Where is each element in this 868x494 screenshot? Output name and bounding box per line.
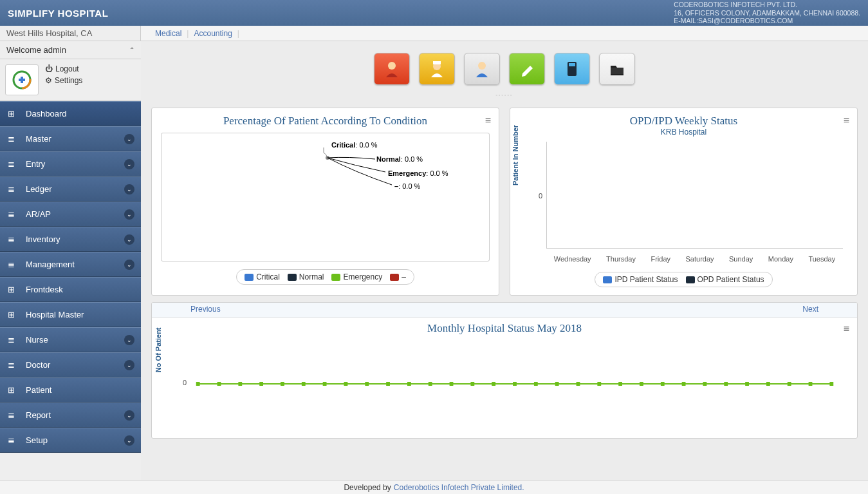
svg-rect-31 — [661, 382, 665, 386]
nav-label: Setup — [26, 435, 48, 445]
chevron-down-icon: ⌄ — [124, 234, 134, 245]
nav-label: Hospital Master — [26, 310, 84, 319]
grid-icon: ⊞ — [8, 285, 19, 294]
sidebar-item-doctor[interactable]: ≣Doctor⌄ — [0, 352, 141, 377]
x-axis-categories: WednesdayThursdayFridaySaturdaySundayMon… — [546, 255, 843, 263]
legend-item[interactable]: OPD Patient Status — [686, 275, 764, 284]
toolbar — [141, 41, 868, 93]
gear-icon: ⚙ — [45, 76, 52, 85]
chevron-down-icon: ⌄ — [124, 410, 134, 421]
footer-link[interactable]: Coderobotics Infotech Private Limited. — [394, 483, 524, 492]
svg-rect-23 — [492, 382, 495, 386]
doctor-shortcut[interactable] — [464, 53, 500, 85]
top-header: SIMPLIFY HOSPITAL CODEROBOTICS INFOTECH … — [0, 0, 868, 26]
welcome-bar[interactable]: Welcome admin ⌃ — [0, 41, 141, 59]
sidebar-item-ledger[interactable]: ≣Ledger⌄ — [0, 176, 141, 202]
chevron-down-icon: ⌄ — [124, 335, 134, 345]
tab-separator: | — [237, 29, 239, 38]
main-content: ▫▫▫▫▫▫ ≡ Percentage Of Patient According… — [141, 41, 868, 480]
sidebar-item-management[interactable]: ≣Management⌄ — [0, 252, 141, 277]
panel-weekly-status: ≡ OPD/IPD Weekly Status KRB Hospital Pat… — [510, 108, 858, 296]
weekly-legend: IPD Patient StatusOPD Patient Status — [519, 272, 848, 287]
svg-rect-29 — [618, 382, 622, 386]
list-icon: ≣ — [8, 159, 19, 169]
x-tick-label: Thursday — [606, 255, 636, 263]
svg-rect-4 — [433, 61, 441, 64]
svg-rect-13 — [281, 382, 284, 386]
svg-point-5 — [478, 62, 486, 70]
logout-label: Logout — [55, 64, 79, 73]
legend-item[interactable]: Critical — [245, 272, 280, 281]
settings-link[interactable]: ⚙ Settings — [45, 76, 82, 85]
svg-rect-12 — [259, 382, 263, 386]
panel-menu-icon[interactable]: ≡ — [844, 115, 849, 126]
x-tick-label: Tuesday — [808, 255, 835, 263]
list-icon: ≣ — [8, 410, 19, 420]
nav-label: Management — [26, 260, 75, 269]
sidebar-item-master[interactable]: ≣Master⌄ — [0, 126, 141, 151]
y-tick: 0 — [539, 192, 542, 200]
chevron-down-icon: ⌄ — [124, 159, 134, 169]
sidebar: Welcome admin ⌃ ⏻ Logout ⚙ Settings ⊞Das… — [0, 41, 141, 480]
next-link[interactable]: Next — [802, 305, 818, 314]
svg-rect-36 — [766, 382, 770, 386]
edit-shortcut[interactable] — [509, 53, 545, 85]
patient-shortcut[interactable] — [374, 53, 410, 85]
panel-menu-icon[interactable]: ≡ — [844, 323, 849, 335]
sidebar-item-nurse[interactable]: ≣Nurse⌄ — [0, 327, 141, 352]
tab-accounting[interactable]: Accounting — [189, 26, 237, 41]
sidebar-item-frontdesk[interactable]: ⊞Frontdesk — [0, 277, 141, 302]
sidebar-item-dashboard[interactable]: ⊞Dashboard — [0, 101, 141, 126]
list-icon: ≣ — [8, 335, 19, 345]
power-icon: ⏻ — [45, 64, 53, 73]
sidebar-item-ar-ap[interactable]: ≣AR/AP⌄ — [0, 202, 141, 227]
toolbar-separator: ▫▫▫▫▫▫ — [141, 93, 868, 97]
chevron-down-icon: ⌄ — [124, 360, 134, 370]
chevron-down-icon: ⌄ — [124, 260, 134, 270]
sidebar-item-inventory[interactable]: ≣Inventory⌄ — [0, 227, 141, 252]
sidebar-item-patient[interactable]: ⊞Patient — [0, 377, 141, 403]
panel-subtitle: KRB Hospital — [519, 128, 848, 137]
panel-menu-icon[interactable]: ≡ — [485, 115, 491, 126]
calculator-shortcut[interactable] — [554, 53, 590, 85]
nav-label: Inventory — [26, 234, 60, 244]
legend-item[interactable]: IPD Patient Status — [603, 275, 678, 284]
sidebar-item-entry[interactable]: ≣Entry⌄ — [0, 151, 141, 176]
sidebar-item-report[interactable]: ≣Report⌄ — [0, 403, 141, 428]
chevron-down-icon: ⌄ — [124, 209, 134, 220]
pie-label-dash: –: 0.0 % — [394, 182, 420, 190]
panel-title: Monthly Hospital Status May 2018 — [161, 322, 848, 335]
svg-rect-32 — [682, 382, 686, 386]
nav-label: Ledger — [26, 184, 51, 194]
line-chart: No Of Patient 0 — [161, 335, 848, 438]
x-tick-label: Friday — [651, 255, 670, 263]
pie-legend: CriticalNormalEmergency– — [161, 269, 490, 285]
folder-shortcut[interactable] — [599, 53, 635, 85]
tab-medical[interactable]: Medical — [150, 26, 187, 41]
legend-item[interactable]: Emergency — [331, 272, 382, 281]
pie-label-emergency: Emergency: 0.0 % — [388, 169, 448, 177]
sidebar-item-hospital-master[interactable]: ⊞Hospital Master — [0, 302, 141, 327]
nurse-shortcut[interactable] — [419, 53, 455, 85]
svg-rect-27 — [577, 382, 580, 386]
svg-rect-7 — [569, 63, 575, 66]
svg-rect-11 — [238, 382, 242, 386]
panel-monthly-status: Previous Next ≡ Monthly Hospital Status … — [151, 302, 858, 439]
legend-item[interactable]: Normal — [288, 272, 324, 281]
panel-patient-condition: ≡ Percentage Of Patient According To Con… — [151, 108, 499, 296]
footer: Developed by Coderobotics Infotech Priva… — [0, 480, 868, 494]
x-tick-label: Sunday — [729, 255, 753, 263]
sidebar-item-setup[interactable]: ≣Setup⌄ — [0, 428, 141, 453]
company-info: CODEROBOTICS INFOTECH PVT. LTD. 16, OFFI… — [674, 1, 860, 25]
company-name: CODEROBOTICS INFOTECH PVT. LTD. — [674, 1, 860, 9]
company-email: E-MAIL:SASI@CODEROBOTICS.COM — [674, 17, 860, 25]
previous-link[interactable]: Previous — [190, 305, 221, 314]
nav-label: Nurse — [26, 335, 48, 345]
svg-rect-37 — [788, 382, 791, 386]
list-icon: ≣ — [8, 134, 19, 144]
nav-label: Frontdesk — [26, 285, 63, 294]
logout-link[interactable]: ⏻ Logout — [45, 64, 82, 73]
chevron-down-icon: ⌄ — [124, 134, 134, 144]
legend-item[interactable]: – — [390, 272, 406, 281]
svg-rect-20 — [429, 382, 432, 386]
